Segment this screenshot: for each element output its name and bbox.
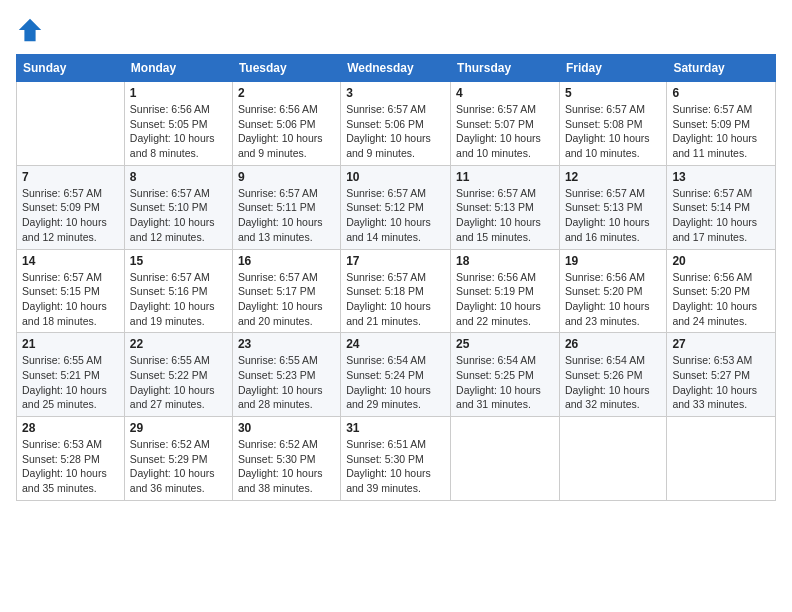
day-info: Sunrise: 6:56 AM Sunset: 5:20 PM Dayligh… [672, 270, 770, 329]
day-info: Sunrise: 6:54 AM Sunset: 5:24 PM Dayligh… [346, 353, 445, 412]
day-info: Sunrise: 6:52 AM Sunset: 5:30 PM Dayligh… [238, 437, 335, 496]
day-info: Sunrise: 6:51 AM Sunset: 5:30 PM Dayligh… [346, 437, 445, 496]
weekday-header: Saturday [667, 55, 776, 82]
day-number: 22 [130, 337, 227, 351]
day-number: 26 [565, 337, 661, 351]
day-number: 8 [130, 170, 227, 184]
day-number: 17 [346, 254, 445, 268]
calendar-cell: 25Sunrise: 6:54 AM Sunset: 5:25 PM Dayli… [451, 333, 560, 417]
day-info: Sunrise: 6:57 AM Sunset: 5:08 PM Dayligh… [565, 102, 661, 161]
day-info: Sunrise: 6:57 AM Sunset: 5:18 PM Dayligh… [346, 270, 445, 329]
calendar-week-row: 21Sunrise: 6:55 AM Sunset: 5:21 PM Dayli… [17, 333, 776, 417]
day-info: Sunrise: 6:57 AM Sunset: 5:06 PM Dayligh… [346, 102, 445, 161]
calendar-cell: 23Sunrise: 6:55 AM Sunset: 5:23 PM Dayli… [232, 333, 340, 417]
calendar-cell: 19Sunrise: 6:56 AM Sunset: 5:20 PM Dayli… [559, 249, 666, 333]
weekday-header: Sunday [17, 55, 125, 82]
calendar-cell: 24Sunrise: 6:54 AM Sunset: 5:24 PM Dayli… [341, 333, 451, 417]
day-number: 31 [346, 421, 445, 435]
day-number: 2 [238, 86, 335, 100]
calendar-cell: 12Sunrise: 6:57 AM Sunset: 5:13 PM Dayli… [559, 165, 666, 249]
day-info: Sunrise: 6:52 AM Sunset: 5:29 PM Dayligh… [130, 437, 227, 496]
day-number: 24 [346, 337, 445, 351]
day-info: Sunrise: 6:56 AM Sunset: 5:06 PM Dayligh… [238, 102, 335, 161]
day-info: Sunrise: 6:57 AM Sunset: 5:10 PM Dayligh… [130, 186, 227, 245]
page-header [16, 16, 776, 44]
day-number: 11 [456, 170, 554, 184]
calendar-cell: 22Sunrise: 6:55 AM Sunset: 5:22 PM Dayli… [124, 333, 232, 417]
calendar-cell [451, 417, 560, 501]
calendar-cell: 21Sunrise: 6:55 AM Sunset: 5:21 PM Dayli… [17, 333, 125, 417]
day-number: 14 [22, 254, 119, 268]
calendar-week-row: 28Sunrise: 6:53 AM Sunset: 5:28 PM Dayli… [17, 417, 776, 501]
day-number: 1 [130, 86, 227, 100]
calendar-cell: 8Sunrise: 6:57 AM Sunset: 5:10 PM Daylig… [124, 165, 232, 249]
day-info: Sunrise: 6:55 AM Sunset: 5:23 PM Dayligh… [238, 353, 335, 412]
day-number: 7 [22, 170, 119, 184]
day-number: 6 [672, 86, 770, 100]
day-number: 3 [346, 86, 445, 100]
day-info: Sunrise: 6:56 AM Sunset: 5:19 PM Dayligh… [456, 270, 554, 329]
day-number: 10 [346, 170, 445, 184]
day-info: Sunrise: 6:57 AM Sunset: 5:07 PM Dayligh… [456, 102, 554, 161]
calendar-cell: 28Sunrise: 6:53 AM Sunset: 5:28 PM Dayli… [17, 417, 125, 501]
logo-icon [16, 16, 44, 44]
weekday-header: Monday [124, 55, 232, 82]
day-number: 9 [238, 170, 335, 184]
day-number: 21 [22, 337, 119, 351]
calendar-cell: 16Sunrise: 6:57 AM Sunset: 5:17 PM Dayli… [232, 249, 340, 333]
day-info: Sunrise: 6:57 AM Sunset: 5:14 PM Dayligh… [672, 186, 770, 245]
day-info: Sunrise: 6:57 AM Sunset: 5:13 PM Dayligh… [565, 186, 661, 245]
calendar-cell: 27Sunrise: 6:53 AM Sunset: 5:27 PM Dayli… [667, 333, 776, 417]
calendar-cell: 26Sunrise: 6:54 AM Sunset: 5:26 PM Dayli… [559, 333, 666, 417]
day-number: 16 [238, 254, 335, 268]
logo [16, 16, 48, 44]
day-info: Sunrise: 6:53 AM Sunset: 5:27 PM Dayligh… [672, 353, 770, 412]
day-info: Sunrise: 6:55 AM Sunset: 5:21 PM Dayligh… [22, 353, 119, 412]
day-number: 20 [672, 254, 770, 268]
calendar-cell: 4Sunrise: 6:57 AM Sunset: 5:07 PM Daylig… [451, 82, 560, 166]
day-number: 19 [565, 254, 661, 268]
calendar-table: SundayMondayTuesdayWednesdayThursdayFrid… [16, 54, 776, 501]
day-info: Sunrise: 6:54 AM Sunset: 5:25 PM Dayligh… [456, 353, 554, 412]
calendar-cell: 11Sunrise: 6:57 AM Sunset: 5:13 PM Dayli… [451, 165, 560, 249]
calendar-cell: 15Sunrise: 6:57 AM Sunset: 5:16 PM Dayli… [124, 249, 232, 333]
day-number: 13 [672, 170, 770, 184]
calendar-week-row: 7Sunrise: 6:57 AM Sunset: 5:09 PM Daylig… [17, 165, 776, 249]
calendar-week-row: 14Sunrise: 6:57 AM Sunset: 5:15 PM Dayli… [17, 249, 776, 333]
calendar-cell: 6Sunrise: 6:57 AM Sunset: 5:09 PM Daylig… [667, 82, 776, 166]
calendar-week-row: 1Sunrise: 6:56 AM Sunset: 5:05 PM Daylig… [17, 82, 776, 166]
calendar-cell: 31Sunrise: 6:51 AM Sunset: 5:30 PM Dayli… [341, 417, 451, 501]
calendar-cell: 7Sunrise: 6:57 AM Sunset: 5:09 PM Daylig… [17, 165, 125, 249]
day-info: Sunrise: 6:57 AM Sunset: 5:16 PM Dayligh… [130, 270, 227, 329]
calendar-cell: 14Sunrise: 6:57 AM Sunset: 5:15 PM Dayli… [17, 249, 125, 333]
day-number: 15 [130, 254, 227, 268]
day-info: Sunrise: 6:57 AM Sunset: 5:15 PM Dayligh… [22, 270, 119, 329]
day-info: Sunrise: 6:57 AM Sunset: 5:09 PM Dayligh… [672, 102, 770, 161]
day-info: Sunrise: 6:54 AM Sunset: 5:26 PM Dayligh… [565, 353, 661, 412]
calendar-cell: 17Sunrise: 6:57 AM Sunset: 5:18 PM Dayli… [341, 249, 451, 333]
calendar-cell: 18Sunrise: 6:56 AM Sunset: 5:19 PM Dayli… [451, 249, 560, 333]
weekday-header: Tuesday [232, 55, 340, 82]
calendar-cell [17, 82, 125, 166]
day-info: Sunrise: 6:57 AM Sunset: 5:11 PM Dayligh… [238, 186, 335, 245]
day-number: 5 [565, 86, 661, 100]
calendar-cell [559, 417, 666, 501]
calendar-cell: 29Sunrise: 6:52 AM Sunset: 5:29 PM Dayli… [124, 417, 232, 501]
svg-marker-0 [19, 19, 41, 41]
calendar-cell: 2Sunrise: 6:56 AM Sunset: 5:06 PM Daylig… [232, 82, 340, 166]
day-number: 23 [238, 337, 335, 351]
day-info: Sunrise: 6:57 AM Sunset: 5:17 PM Dayligh… [238, 270, 335, 329]
day-number: 12 [565, 170, 661, 184]
day-number: 18 [456, 254, 554, 268]
calendar-cell: 10Sunrise: 6:57 AM Sunset: 5:12 PM Dayli… [341, 165, 451, 249]
weekday-header: Wednesday [341, 55, 451, 82]
day-number: 25 [456, 337, 554, 351]
day-info: Sunrise: 6:56 AM Sunset: 5:05 PM Dayligh… [130, 102, 227, 161]
day-number: 4 [456, 86, 554, 100]
calendar-cell: 30Sunrise: 6:52 AM Sunset: 5:30 PM Dayli… [232, 417, 340, 501]
weekday-header: Friday [559, 55, 666, 82]
day-info: Sunrise: 6:53 AM Sunset: 5:28 PM Dayligh… [22, 437, 119, 496]
calendar-cell: 9Sunrise: 6:57 AM Sunset: 5:11 PM Daylig… [232, 165, 340, 249]
calendar-cell: 1Sunrise: 6:56 AM Sunset: 5:05 PM Daylig… [124, 82, 232, 166]
day-info: Sunrise: 6:57 AM Sunset: 5:12 PM Dayligh… [346, 186, 445, 245]
